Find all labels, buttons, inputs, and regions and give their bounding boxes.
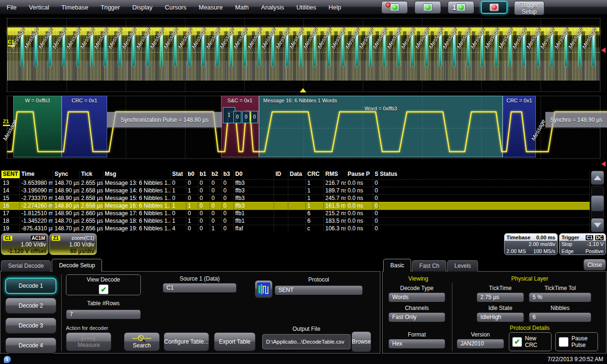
tab-serial-decode[interactable]: Serial Decode bbox=[1, 260, 51, 272]
datetime-label: 7/22/2013 9:20:52 AM bbox=[548, 356, 603, 363]
configure-table-button[interactable]: Configure Table... bbox=[164, 332, 209, 351]
sync-pulse-marker bbox=[523, 34, 525, 66]
measure-button[interactable]: Measure bbox=[66, 332, 111, 351]
c1-vdiv: 1.00 V/div bbox=[3, 241, 46, 248]
sync-pulse-marker bbox=[328, 34, 330, 66]
cell-tick: 2.658 µs bbox=[80, 195, 103, 202]
auto-trigger-button[interactable] bbox=[381, 1, 408, 14]
export-table-button[interactable]: Export Table bbox=[214, 332, 256, 351]
menu-item-math[interactable]: Math bbox=[235, 4, 249, 11]
menu-item-analysis[interactable]: Analysis bbox=[261, 4, 284, 11]
timebase-box[interactable]: Timebase 0.00 ms 2.00 ms/div 2.00 MS 100… bbox=[504, 233, 558, 255]
protocol-icon-button[interactable] bbox=[255, 280, 273, 298]
sync-pulse-marker bbox=[495, 34, 497, 66]
menu-item-help[interactable]: Help bbox=[329, 4, 341, 11]
cell-pause-p: 0.0 ns bbox=[346, 180, 373, 187]
scroll-up-button[interactable] bbox=[591, 171, 604, 185]
cell-status bbox=[378, 180, 590, 187]
cell-msg: Message 17: 6 Nibbles 1... bbox=[103, 210, 171, 218]
browse-button[interactable]: Browse bbox=[351, 331, 371, 352]
cell-pause-p: 0.0 ns bbox=[346, 218, 373, 225]
source-1-field[interactable]: C1 bbox=[163, 283, 237, 293]
scrollbar-thumb[interactable] bbox=[591, 195, 604, 211]
normal-trigger-button[interactable] bbox=[414, 1, 441, 14]
menu-item-measure[interactable]: Measure bbox=[199, 4, 223, 11]
table-row-18[interactable]: 18-1.345220 ms148.70 µs2.655 µsMessage 1… bbox=[0, 217, 590, 225]
table-row-13[interactable]: 13-3.653980 ms148.70 µs2.655 µsMessage 1… bbox=[0, 179, 590, 187]
clock-icon bbox=[386, 2, 391, 8]
sync-pulse-marker bbox=[49, 34, 51, 66]
trigger-source-badge: C1 bbox=[586, 235, 594, 240]
cell-tick: 2.656 µs bbox=[80, 225, 103, 233]
stop-trigger-button[interactable] bbox=[481, 1, 507, 14]
menu-item-cursors[interactable]: Cursors bbox=[165, 4, 187, 11]
new-crc-checkbox[interactable]: ✔ bbox=[512, 337, 522, 347]
trigger-slope: Positive bbox=[585, 248, 604, 255]
ticktime-tol-field[interactable]: 5 % bbox=[529, 292, 591, 302]
decode-1-button[interactable]: Decode 1 bbox=[5, 278, 56, 294]
tab-decode-setup[interactable]: Decode Setup bbox=[52, 259, 102, 272]
cell-pause-p: 0.0 ns bbox=[346, 210, 373, 218]
idle-state-label: Idle State bbox=[477, 305, 524, 311]
channels-field[interactable]: Fast Only bbox=[388, 312, 445, 322]
sync-pulse-marker bbox=[453, 34, 455, 66]
info-icon[interactable]: i bbox=[4, 356, 11, 363]
decode-4-button[interactable]: Decode 4 bbox=[5, 337, 56, 354]
view-decode-checkbox[interactable]: ✔ bbox=[99, 284, 109, 294]
menu-item-timebase[interactable]: Timebase bbox=[62, 4, 89, 11]
menu-item-vertical[interactable]: Vertical bbox=[29, 4, 49, 11]
c1-badge: C1 bbox=[3, 236, 12, 241]
c1-descriptor-box[interactable]: C1 AC1M 1.00 V/div -1.120 V offset bbox=[1, 233, 48, 255]
protocol-field[interactable]: SENT bbox=[275, 285, 363, 295]
sync-pulse-marker bbox=[551, 34, 553, 66]
menu-item-trigger[interactable]: Trigger bbox=[101, 4, 120, 11]
close-button[interactable]: Close bbox=[583, 259, 606, 271]
up-arrow-icon bbox=[594, 175, 601, 180]
table-row-15[interactable]: 15-2.733370 ms148.90 µs2.658 µsMessage 1… bbox=[0, 194, 590, 202]
table-rows-field[interactable]: 7 bbox=[66, 309, 141, 319]
table-row-14[interactable]: 14-3.195090 ms148.90 µs2.658 µsMessage 1… bbox=[0, 187, 590, 194]
measure-label: Measure bbox=[78, 342, 100, 348]
trigger-setup-button[interactable]: Trigger Setup bbox=[514, 1, 544, 15]
version-field[interactable]: JAN2010 bbox=[457, 339, 504, 349]
sync-next-band: Synchro = 148.90 µs bbox=[545, 112, 607, 127]
tab-basic[interactable]: Basic bbox=[383, 259, 411, 272]
cell-b2: 0 bbox=[210, 202, 222, 210]
cell-data bbox=[288, 195, 306, 202]
z1-waveform-area[interactable]: W = 0xffb3 CRC = 0x1 S&C = 0x1 1000 Mess… bbox=[0, 95, 607, 160]
decode-type-field[interactable]: Words bbox=[388, 292, 445, 302]
cell-sync: 148.90 µs bbox=[53, 195, 80, 202]
decode-2-button[interactable]: Decode 2 bbox=[5, 298, 56, 314]
menu-item-display[interactable]: Display bbox=[132, 4, 153, 11]
table-row-19[interactable]: 19-875.4310 µs148.70 µs2.656 µsMessage 1… bbox=[0, 225, 590, 232]
output-file-field[interactable]: D:\Applicatio...\DecodeTable.csv bbox=[262, 334, 350, 349]
settings-tabs: BasicFast ChLevels bbox=[383, 259, 479, 272]
cell-sent: 16 bbox=[1, 202, 20, 210]
table-row-16[interactable]: 16-2.274260 ms148.80 µs2.658 µsMessage 1… bbox=[0, 202, 590, 209]
ticktime-field[interactable]: 2.75 µs bbox=[477, 292, 524, 302]
menu-item-file[interactable]: File bbox=[7, 4, 17, 11]
cell-rms: 106.3 ns bbox=[324, 225, 346, 233]
column-header-id: ID bbox=[274, 171, 288, 178]
tab-fast-ch[interactable]: Fast Ch bbox=[412, 260, 446, 272]
search-button[interactable]: Search bbox=[124, 332, 160, 351]
idle-state-field[interactable]: IdleHigh bbox=[477, 312, 524, 322]
format-field[interactable]: Hex bbox=[388, 339, 445, 349]
cell-rms: 216.7 ns bbox=[324, 180, 346, 187]
z1-descriptor-box[interactable]: Z1 zoom(C1) 1.00 V/div 60 µs/div bbox=[49, 233, 97, 255]
cell-b0: 1 bbox=[186, 218, 198, 225]
nibbles-field[interactable]: 6 bbox=[529, 312, 591, 322]
menu-item-utilities[interactable]: Utilities bbox=[296, 4, 316, 11]
sync-pulse-marker bbox=[565, 34, 567, 66]
decode-3-button[interactable]: Decode 3 bbox=[5, 318, 56, 334]
sync-pulse-marker bbox=[244, 34, 246, 66]
single-trigger-button[interactable]: 1 bbox=[448, 1, 474, 14]
table-row-17[interactable]: 17-1.812510 ms148.90 µs2.660 µsMessage 1… bbox=[0, 209, 590, 217]
scroll-down-button[interactable] bbox=[591, 218, 604, 232]
trigger-box[interactable]: Trigger C1 DC Stop -1.10 V Edge Positive bbox=[559, 233, 606, 255]
tab-levels[interactable]: Levels bbox=[447, 260, 478, 272]
pause-pulse-checkbox[interactable] bbox=[559, 337, 569, 347]
output-file-label: Output File bbox=[262, 326, 350, 332]
c1-waveform-area[interactable]: MessageMessageMessageMessageMessageMessa… bbox=[0, 17, 607, 93]
column-header-pause-p: Pause P bbox=[346, 171, 373, 178]
